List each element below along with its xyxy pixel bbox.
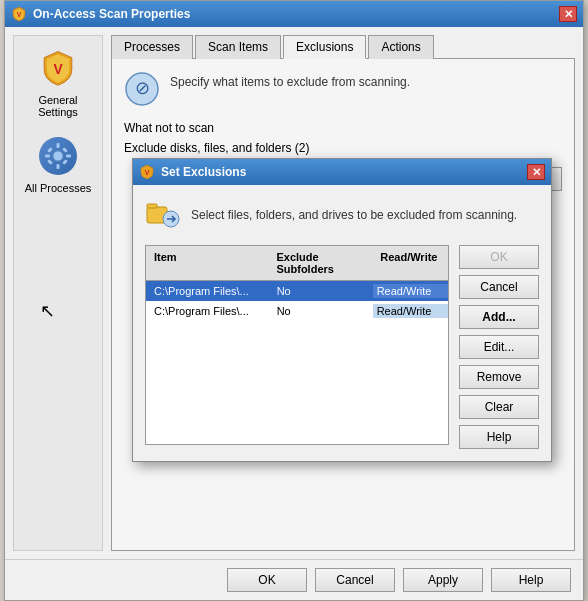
title-shield-icon: V <box>11 6 27 22</box>
tab-exclusions[interactable]: Exclusions <box>283 35 366 59</box>
col-item-header: Item <box>146 249 268 277</box>
col-excl-header: Exclude Subfolders <box>268 249 372 277</box>
all-processes-icon-container <box>36 134 80 178</box>
modal-title-text: Set Exclusions <box>161 165 246 179</box>
row1-item: C:\Program Files\... <box>146 283 269 299</box>
tab-header: ⊘ Specify what items to exclude from sca… <box>124 71 562 107</box>
svg-text:V: V <box>145 169 150 176</box>
row2-readwrite: Read/Write <box>373 304 448 318</box>
modal-body: Select files, folders, and drives to be … <box>133 185 551 461</box>
svg-rect-10 <box>62 159 68 165</box>
svg-text:V: V <box>17 11 22 18</box>
row2-item: C:\Program Files\... <box>146 303 269 319</box>
exclusions-description: Specify what items to exclude from scann… <box>170 71 410 89</box>
row1-exclude: No <box>269 283 373 299</box>
modal-window-inner: V Set Exclusions ✕ Select <box>132 158 552 462</box>
row2-exclude: No <box>269 303 373 319</box>
svg-text:V: V <box>53 61 63 77</box>
svg-rect-4 <box>56 164 59 169</box>
sidebar-item-all-processes[interactable]: All Processes <box>25 134 92 194</box>
svg-rect-3 <box>56 143 59 148</box>
list-item[interactable]: C:\Program Files\... No Read/Write <box>146 301 448 321</box>
general-settings-icon: V <box>36 46 80 90</box>
sidebar-item-general-settings[interactable]: V General Settings <box>18 46 98 118</box>
close-button[interactable]: ✕ <box>559 6 577 22</box>
svg-point-2 <box>53 151 63 161</box>
modal-title-icon: V <box>139 164 155 180</box>
general-settings-label: General Settings <box>18 94 98 118</box>
svg-rect-9 <box>47 159 53 165</box>
sidebar: V General Settings <box>13 35 103 551</box>
help-button[interactable]: Help <box>491 568 571 592</box>
title-bar-left: V On-Access Scan Properties <box>11 6 190 22</box>
svg-rect-5 <box>45 155 50 158</box>
tab-actions[interactable]: Actions <box>368 35 433 59</box>
exclude-count-label: Exclude disks, files, and folders (2) <box>124 141 562 155</box>
modal-exclusions-icon <box>145 197 181 233</box>
title-bar: V On-Access Scan Properties ✕ <box>5 1 583 27</box>
svg-rect-15 <box>147 204 157 208</box>
modal-cancel-button[interactable]: Cancel <box>459 275 539 299</box>
modal-close-button[interactable]: ✕ <box>527 164 545 180</box>
tab-bar: Processes Scan Items Exclusions Actions <box>111 35 575 59</box>
all-processes-label: All Processes <box>25 182 92 194</box>
what-not-to-scan-label: What not to scan <box>124 121 562 135</box>
bottom-bar: OK Cancel Apply Help <box>5 559 583 600</box>
set-exclusions-dialog: V Set Exclusions ✕ Select <box>132 158 552 462</box>
modal-header: Select files, folders, and drives to be … <box>145 197 539 233</box>
modal-clear-button[interactable]: Clear <box>459 395 539 419</box>
modal-help-button[interactable]: Help <box>459 425 539 449</box>
list-item[interactable]: C:\Program Files\... No Read/Write <box>146 281 448 301</box>
cancel-button[interactable]: Cancel <box>315 568 395 592</box>
modal-edit-button[interactable]: Edit... <box>459 335 539 359</box>
modal-button-panel: OK Cancel Add... Edit... Remove Clear He… <box>459 245 539 449</box>
tab-processes[interactable]: Processes <box>111 35 193 59</box>
svg-rect-8 <box>62 147 68 153</box>
svg-rect-6 <box>66 155 71 158</box>
exclusions-list[interactable]: Item Exclude Subfolders Read/Write C:\Pr… <box>145 245 449 445</box>
modal-title-bar: V Set Exclusions ✕ <box>133 159 551 185</box>
row1-readwrite: Read/Write <box>373 284 448 298</box>
modal-add-button[interactable]: Add... <box>459 305 539 329</box>
window-title: On-Access Scan Properties <box>33 7 190 21</box>
ok-button[interactable]: OK <box>227 568 307 592</box>
list-header: Item Exclude Subfolders Read/Write <box>146 246 448 281</box>
apply-button[interactable]: Apply <box>403 568 483 592</box>
gear-svg <box>44 142 72 170</box>
exclusions-icon: ⊘ <box>124 71 160 107</box>
modal-ok-button[interactable]: OK <box>459 245 539 269</box>
shield-icon: V <box>39 49 77 87</box>
modal-description: Select files, folders, and drives to be … <box>191 208 517 222</box>
gear-icon <box>39 137 77 175</box>
modal-remove-button[interactable]: Remove <box>459 365 539 389</box>
svg-rect-7 <box>47 147 53 153</box>
tab-scan-items[interactable]: Scan Items <box>195 35 281 59</box>
modal-title-left: V Set Exclusions <box>139 164 246 180</box>
modal-main: Item Exclude Subfolders Read/Write C:\Pr… <box>145 245 539 449</box>
col-rw-header: Read/Write <box>372 249 448 277</box>
svg-text:⊘: ⊘ <box>135 78 150 98</box>
